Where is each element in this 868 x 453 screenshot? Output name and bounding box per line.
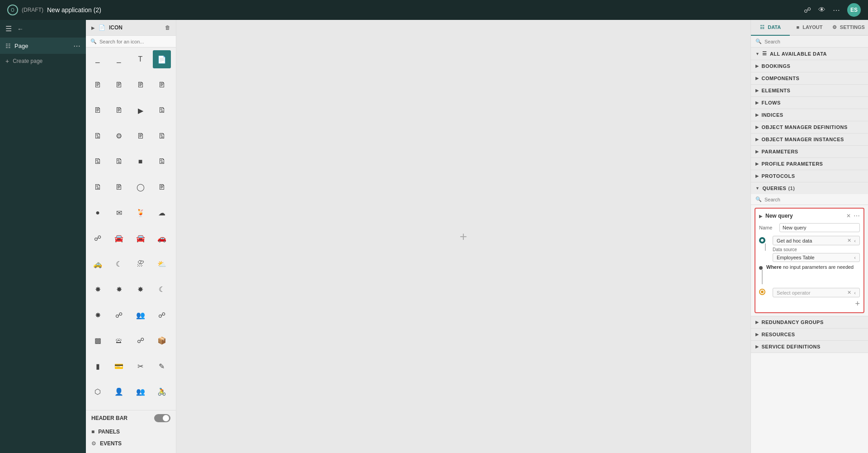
tab-settings[interactable]: ⚙ SETTINGS	[829, 20, 868, 36]
trash-icon[interactable]: 🗑	[165, 24, 170, 31]
eye-icon[interactable]: 👁	[818, 6, 826, 14]
right-search-input[interactable]	[764, 39, 863, 44]
obj-mgr-inst-header[interactable]: ▶ OBJECT MANAGER INSTANCES	[751, 134, 868, 145]
page-item-dots[interactable]: ⋯	[73, 42, 80, 50]
icon-cell[interactable]: ☾	[110, 255, 128, 273]
icon-cell[interactable]: ⛅	[153, 255, 171, 273]
icon-cell[interactable]: ☍	[89, 229, 107, 248]
icon-cell[interactable]: 🖹	[153, 76, 171, 94]
redundancy-header[interactable]: ▶ REDUNDANCY GROUPS	[751, 316, 868, 328]
icon-cell[interactable]: 👥	[132, 306, 150, 324]
icon-cell[interactable]: ◯	[132, 178, 150, 196]
icon-cell[interactable]: ▩	[89, 332, 107, 350]
nq-operator-row[interactable]: Select operator ✕ ‹	[773, 288, 860, 297]
icon-cell[interactable]: 🖻	[110, 153, 128, 171]
icon-cell[interactable]: ☍	[110, 306, 128, 324]
icon-cell[interactable]: 🚗	[153, 229, 171, 248]
tab-layout[interactable]: ■ LAYOUT	[790, 20, 829, 36]
nq-operator-arrow-icon[interactable]: ‹	[854, 290, 856, 296]
service-def-header[interactable]: ▶ SERVICE DEFINITIONS	[751, 341, 868, 353]
avatar[interactable]: ES	[847, 3, 861, 17]
panels-row[interactable]: ■ PANELS	[91, 426, 170, 438]
more-icon[interactable]: ⋯	[833, 6, 840, 14]
nq-close-icon[interactable]: ✕	[846, 213, 851, 219]
nq-name-input[interactable]	[779, 223, 860, 232]
icon-cell[interactable]: ⎯	[110, 50, 128, 68]
icon-cell[interactable]: ✸	[132, 281, 150, 299]
icon-cell[interactable]: ✸	[110, 281, 128, 299]
create-page-button[interactable]: + Create page	[0, 54, 86, 68]
nq-datasource-arrow-icon[interactable]: ‹	[854, 255, 856, 260]
nq-more-icon[interactable]: ⋯	[854, 212, 860, 219]
icon-cell[interactable]: 🛎	[110, 332, 128, 350]
resources-header[interactable]: ▶ RESOURCES	[751, 329, 868, 340]
back-icon[interactable]: ←	[17, 25, 24, 33]
nq-expand-arrow[interactable]: ▶	[759, 214, 763, 219]
nq-step1-close-icon[interactable]: ✕	[847, 238, 851, 243]
icon-cell[interactable]: 🖹	[153, 178, 171, 196]
icon-cell[interactable]: 🖹	[110, 101, 128, 119]
icon-cell[interactable]: ⬡	[89, 383, 107, 401]
icon-cell[interactable]: 🖹	[132, 76, 150, 94]
notification-icon[interactable]: ☍	[804, 6, 811, 14]
icon-cell[interactable]: ✉	[110, 204, 128, 222]
icon-cell[interactable]: ☁	[153, 204, 171, 222]
nq-operator-close-icon[interactable]: ✕	[847, 290, 851, 296]
icon-cell[interactable]: 🍹	[132, 204, 150, 222]
icon-cell[interactable]: ⛈	[132, 255, 150, 273]
icon-cell[interactable]: 🖻	[153, 101, 171, 119]
components-header[interactable]: ▶ COMPONENTS	[751, 72, 868, 84]
icon-search-input[interactable]	[99, 39, 171, 44]
canvas-add-icon[interactable]: +	[460, 229, 467, 244]
icon-cell[interactable]: 🖹	[132, 127, 150, 145]
icon-cell[interactable]: ■	[132, 153, 150, 171]
icon-cell[interactable]: T	[132, 50, 150, 68]
icon-cell[interactable]: 👥	[132, 383, 150, 401]
hamburger-icon[interactable]: ☰	[5, 24, 12, 33]
bookings-header[interactable]: ▶ BOOKINGS	[751, 60, 868, 72]
icon-cell[interactable]: 🚘	[132, 229, 150, 248]
icon-cell[interactable]: ▮	[89, 357, 107, 375]
tab-data[interactable]: ☷ DATA	[751, 20, 790, 36]
icon-cell[interactable]: 🖻	[153, 127, 171, 145]
nq-step1-arrow-icon[interactable]: ‹	[854, 238, 856, 243]
flows-header[interactable]: ▶ FLOWS	[751, 97, 868, 109]
icon-cell[interactable]: 🚴	[153, 383, 171, 401]
icon-cell[interactable]: ⚙	[110, 127, 128, 145]
obj-mgr-def-header[interactable]: ▶ OBJECT MANAGER DEFINITIONS	[751, 121, 868, 133]
protocols-header[interactable]: ▶ PROTOCOLS	[751, 170, 868, 182]
icon-cell[interactable]: 👤	[110, 383, 128, 401]
events-row[interactable]: ⚙ EVENTS	[91, 438, 170, 449]
icon-cell[interactable]: ▶	[132, 101, 150, 119]
header-bar-toggle[interactable]	[154, 414, 170, 422]
icon-cell[interactable]: ✎	[153, 357, 171, 375]
icon-cell-selected[interactable]: 📄	[153, 50, 171, 68]
icon-cell[interactable]: 💳	[110, 357, 128, 375]
icon-cell[interactable]: 🖹	[110, 178, 128, 196]
elements-header[interactable]: ▶ ELEMENTS	[751, 85, 868, 96]
icon-cell[interactable]: 🖻	[153, 153, 171, 171]
page-item[interactable]: ☷ Page ⋯	[0, 38, 86, 54]
icon-cell[interactable]: 🚕	[89, 255, 107, 273]
icon-cell[interactable]: ⎯	[89, 50, 107, 68]
icon-cell[interactable]: 🖻	[89, 127, 107, 145]
queries-header[interactable]: ▼ QUERIES (1)	[751, 182, 868, 194]
icon-cell[interactable]: 🖻	[89, 178, 107, 196]
icon-cell[interactable]: ☍	[132, 332, 150, 350]
icon-cell[interactable]: ✸	[89, 281, 107, 299]
icon-cell[interactable]: 🖹	[110, 76, 128, 94]
icon-cell[interactable]: ✂	[132, 357, 150, 375]
icon-cell[interactable]: 🖹	[89, 76, 107, 94]
icon-cell[interactable]: ☾	[153, 281, 171, 299]
expand-icon[interactable]: ▶	[91, 25, 95, 30]
icon-cell[interactable]: ●	[89, 204, 107, 222]
indices-header[interactable]: ▶ INDICES	[751, 109, 868, 121]
icon-cell[interactable]: 🚘	[110, 229, 128, 248]
icon-cell[interactable]: 📦	[153, 332, 171, 350]
icon-cell[interactable]: 🖻	[89, 153, 107, 171]
queries-search-input[interactable]	[764, 197, 863, 202]
nq-add-step-button[interactable]: +	[855, 299, 860, 308]
icon-cell[interactable]: 🖹	[89, 101, 107, 119]
nq-datasource-row[interactable]: Employees Table ‹	[773, 253, 860, 262]
icon-cell[interactable]: ☍	[153, 306, 171, 324]
